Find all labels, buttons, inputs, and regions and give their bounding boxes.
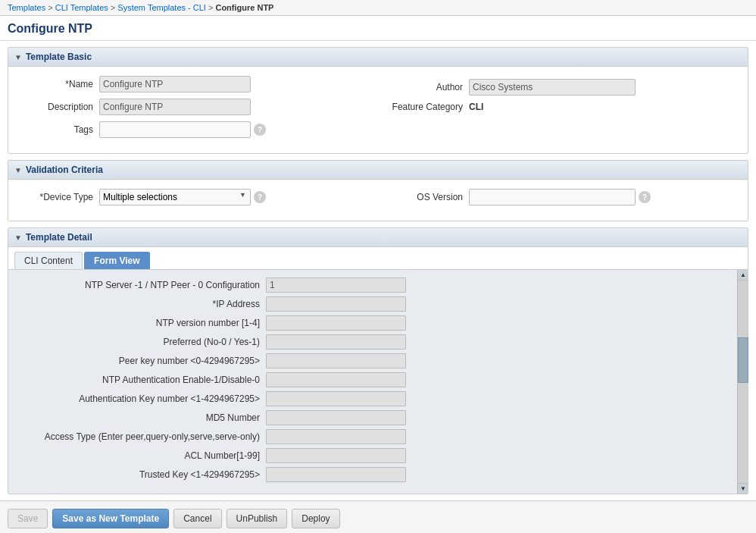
detail-row-label: *IP Address xyxy=(16,299,266,309)
template-basic-body: *Name Description Tags ? Author xyxy=(8,67,748,153)
device-type-label: *Device Type xyxy=(16,192,99,202)
detail-row-label: ACL Number[1-99] xyxy=(16,450,266,461)
footer-bar: Save Save as New Template Cancel UnPubli… xyxy=(0,500,756,533)
breadcrumb-system-templates[interactable]: System Templates - CLI xyxy=(117,3,206,12)
detail-row-label: NTP Server -1 / NTP Peer - 0 Configurati… xyxy=(16,280,266,290)
detail-row: Preferred (No-0 / Yes-1) xyxy=(8,334,748,350)
detail-row: ACL Number[1-99] xyxy=(8,448,748,463)
author-label: Author xyxy=(378,82,469,92)
scrollbar-track: ▲ ▼ xyxy=(737,270,748,494)
tabs-bar: CLI Content Form View xyxy=(8,247,748,269)
unpublish-button[interactable]: UnPublish xyxy=(226,509,288,528)
detail-row-input[interactable] xyxy=(266,315,406,331)
deploy-button[interactable]: Deploy xyxy=(292,509,339,528)
detail-scroll-container: NTP Server -1 / NTP Peer - 0 Configurati… xyxy=(8,270,748,494)
detail-scroll[interactable]: NTP Server -1 / NTP Peer - 0 Configurati… xyxy=(8,270,748,494)
detail-row-label: Access Type (Enter peer,query-only,serve… xyxy=(16,431,266,442)
detail-row-input[interactable] xyxy=(266,372,406,387)
template-basic-collapse-icon: ▼ xyxy=(14,53,22,61)
detail-row: Authentication Key number <1-4294967295> xyxy=(8,391,748,406)
scrollbar-down-button[interactable]: ▼ xyxy=(738,483,748,494)
breadcrumb-cli-templates[interactable]: CLI Templates xyxy=(55,3,108,12)
detail-row-input[interactable] xyxy=(266,334,406,350)
template-basic-title: Template Basic xyxy=(26,52,92,62)
description-row: Description xyxy=(16,99,378,115)
detail-row-input[interactable] xyxy=(266,353,406,368)
scrollbar-up-button[interactable]: ▲ xyxy=(738,270,748,281)
detail-row: NTP Authentication Enable-1/Disable-0 xyxy=(8,372,748,387)
validation-criteria-header[interactable]: ▼ Validation Criteria xyxy=(8,161,748,180)
os-version-input[interactable] xyxy=(469,189,636,205)
detail-row-label: Peer key number <0-4294967295> xyxy=(16,356,266,366)
validation-criteria-body: *Device Type Multiple selections ? OS Ve… xyxy=(8,180,748,221)
tags-row: Tags ? xyxy=(16,121,378,138)
detail-row-input[interactable] xyxy=(266,429,406,444)
scrollbar-thumb[interactable] xyxy=(738,337,748,383)
name-row: *Name xyxy=(16,76,378,92)
detail-row: MD5 Number xyxy=(8,410,748,425)
template-basic-section: ▼ Template Basic *Name Description Tags … xyxy=(8,47,748,154)
detail-row-label: Preferred (No-0 / Yes-1) xyxy=(16,337,266,347)
tab-form-view[interactable]: Form View xyxy=(84,252,149,269)
device-type-wrapper: Multiple selections xyxy=(99,189,251,205)
feature-category-row: Feature Category CLI xyxy=(378,102,483,112)
detail-row-input[interactable] xyxy=(266,467,406,482)
description-input[interactable] xyxy=(99,99,251,115)
tags-help-icon[interactable]: ? xyxy=(254,124,266,136)
name-label: *Name xyxy=(16,79,99,89)
author-row: Author xyxy=(378,79,636,96)
breadcrumb-templates[interactable]: Templates xyxy=(8,3,45,12)
device-type-help-icon[interactable]: ? xyxy=(254,191,266,203)
page-title: Configure NTP xyxy=(0,16,756,41)
template-detail-section: ▼ Template Detail CLI Content Form View … xyxy=(8,227,748,494)
device-type-select[interactable]: Multiple selections xyxy=(99,189,251,205)
feature-category-value: CLI xyxy=(469,102,483,112)
template-basic-header[interactable]: ▼ Template Basic xyxy=(8,48,748,67)
validation-criteria-section: ▼ Validation Criteria *Device Type Multi… xyxy=(8,160,748,221)
save-button[interactable]: Save xyxy=(8,509,48,528)
cancel-button[interactable]: Cancel xyxy=(173,509,221,528)
name-input[interactable] xyxy=(99,76,251,92)
author-input xyxy=(469,79,636,96)
os-version-row: OS Version ? xyxy=(378,189,651,205)
template-detail-collapse-icon: ▼ xyxy=(14,234,22,242)
detail-row: Peer key number <0-4294967295> xyxy=(8,353,748,368)
validation-criteria-collapse-icon: ▼ xyxy=(14,166,22,174)
description-label: Description xyxy=(16,102,99,112)
template-detail-title: Template Detail xyxy=(26,232,92,243)
feature-category-label: Feature Category xyxy=(378,102,469,112)
save-new-template-button[interactable]: Save as New Template xyxy=(52,509,169,528)
detail-row-input[interactable] xyxy=(266,296,406,312)
detail-row-label: MD5 Number xyxy=(16,412,266,423)
detail-row-input[interactable] xyxy=(266,448,406,463)
detail-row-label: Authentication Key number <1-4294967295> xyxy=(16,393,266,404)
detail-row-label: NTP version number [1-4] xyxy=(16,318,266,328)
detail-row: Access Type (Enter peer,query-only,serve… xyxy=(8,429,748,444)
breadcrumb-current: Configure NTP xyxy=(215,3,273,12)
template-detail-header[interactable]: ▼ Template Detail xyxy=(8,228,748,247)
detail-row: NTP version number [1-4] xyxy=(8,315,748,331)
detail-row: Trusted Key <1-4294967295> xyxy=(8,467,748,482)
tags-label: Tags xyxy=(16,124,99,135)
detail-row: NTP Server -1 / NTP Peer - 0 Configurati… xyxy=(8,277,748,293)
validation-criteria-title: Validation Criteria xyxy=(26,165,103,175)
tags-input[interactable] xyxy=(99,121,251,138)
device-type-row: *Device Type Multiple selections ? xyxy=(16,189,378,205)
detail-row-label: Trusted Key <1-4294967295> xyxy=(16,469,266,480)
breadcrumb: Templates > CLI Templates > System Templ… xyxy=(0,0,756,16)
tab-cli-content[interactable]: CLI Content xyxy=(14,252,83,269)
detail-row-label: NTP Authentication Enable-1/Disable-0 xyxy=(16,375,266,385)
detail-row: *IP Address xyxy=(8,296,748,312)
detail-row-input[interactable] xyxy=(266,391,406,406)
os-version-help-icon[interactable]: ? xyxy=(639,191,651,203)
detail-row-input[interactable] xyxy=(266,410,406,425)
os-version-label: OS Version xyxy=(378,192,469,202)
detail-row-input[interactable] xyxy=(266,277,406,293)
template-detail-body: NTP Server -1 / NTP Peer - 0 Configurati… xyxy=(8,269,748,494)
